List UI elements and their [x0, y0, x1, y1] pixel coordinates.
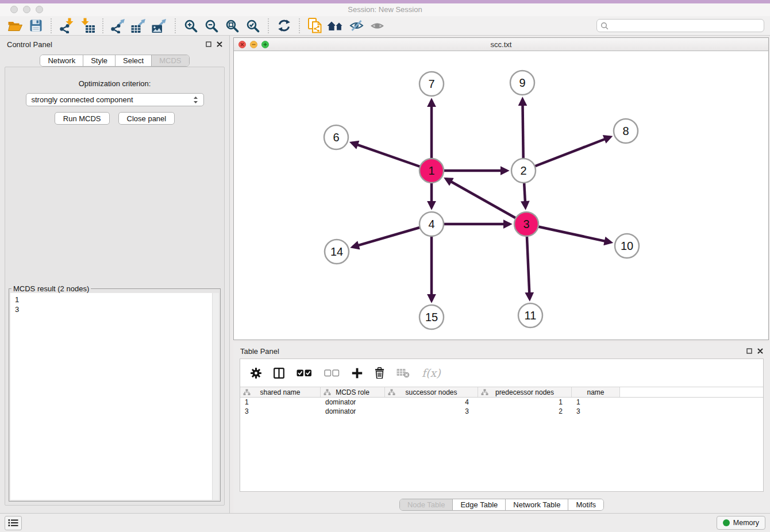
eye-icon — [371, 21, 384, 30]
graph-edge-3-10[interactable] — [526, 224, 611, 242]
delete-table-button[interactable] — [396, 368, 410, 378]
optimization-criterion-select[interactable]: strongly connected component — [26, 93, 204, 106]
cell-name[interactable]: 3 — [572, 407, 620, 415]
close-panel-icon[interactable] — [757, 348, 763, 354]
run-mcds-button[interactable]: Run MCDS — [55, 112, 110, 125]
show-panels-button[interactable] — [5, 516, 22, 530]
save-session-button[interactable] — [25, 17, 46, 34]
graph-edge-3-1[interactable] — [446, 179, 526, 224]
tab-mcds[interactable]: MCDS — [152, 55, 188, 66]
show-columns-button[interactable] — [274, 368, 284, 379]
table-row[interactable]: 3 dominator 3 2 3 — [240, 407, 763, 416]
zoom-out-button[interactable] — [201, 17, 222, 34]
tab-network[interactable]: Network — [40, 55, 83, 66]
network-window-titlebar[interactable]: scc.txt — [234, 38, 768, 51]
export-image-button[interactable] — [149, 17, 170, 34]
tab-edge-table[interactable]: Edge Table — [453, 499, 506, 510]
memory-label: Memory — [733, 519, 759, 527]
tab-select[interactable]: Select — [116, 55, 152, 66]
column-header-mcds-role[interactable]: MCDS role — [321, 387, 385, 397]
cell-successor-nodes[interactable]: 4 — [385, 398, 478, 406]
select-all-button[interactable] — [297, 369, 312, 377]
clone-network-icon — [308, 18, 322, 33]
mcds-result-line: 1 — [15, 295, 219, 304]
zoom-selected-button[interactable] — [242, 17, 263, 34]
split-columns-icon — [274, 368, 284, 379]
network-close-button[interactable] — [238, 41, 246, 48]
import-network-button[interactable] — [56, 17, 77, 34]
column-label: successor nodes — [405, 388, 457, 396]
control-panel: Control Panel Network Style Select MCDS … — [0, 36, 230, 513]
zoom-in-button[interactable] — [180, 17, 201, 34]
cell-predecessor-nodes[interactable]: 1 — [478, 398, 572, 406]
table-toolbar: f(x) — [240, 359, 763, 387]
mcds-result-textarea[interactable]: 1 3 — [10, 293, 219, 500]
checked-boxes-icon — [297, 369, 312, 377]
tab-node-table[interactable]: Node Table — [400, 499, 453, 510]
float-panel-icon[interactable] — [206, 41, 211, 47]
network-minimize-button[interactable] — [250, 41, 257, 48]
zoom-selected-icon — [246, 19, 260, 33]
column-label: predecessor nodes — [495, 388, 554, 396]
table-row[interactable]: 1 dominator 4 1 1 — [240, 398, 763, 407]
tab-motifs[interactable]: Motifs — [568, 499, 603, 510]
graph-node-label: 6 — [333, 131, 339, 144]
network-graph[interactable]: 7968124314101511 — [234, 51, 768, 340]
refresh-icon — [278, 19, 291, 32]
unselect-all-button[interactable] — [324, 369, 340, 377]
function-builder-button[interactable]: f(x) — [422, 367, 441, 379]
search-input[interactable] — [609, 22, 760, 30]
table-panel-header: Table Panel — [233, 342, 770, 360]
toolbar-separator — [175, 18, 176, 33]
tab-network-table[interactable]: Network Table — [506, 499, 568, 510]
table-header-row: shared name MCDS role successor nodes pr… — [240, 387, 763, 398]
eye-slash-icon — [349, 20, 364, 32]
control-panel-header: Control Panel — [0, 36, 229, 53]
network-canvas[interactable]: 7968124314101511 — [234, 51, 768, 340]
refresh-button[interactable] — [274, 17, 294, 34]
tab-style[interactable]: Style — [83, 55, 116, 66]
cell-successor-nodes[interactable]: 3 — [385, 407, 478, 415]
import-table-button[interactable] — [77, 17, 98, 34]
column-header-successor-nodes[interactable]: successor nodes — [385, 387, 478, 397]
add-column-button[interactable] — [352, 368, 363, 379]
floppy-disk-icon — [30, 20, 42, 32]
graph-node-label: 9 — [519, 76, 525, 89]
graph-edge-2-8[interactable] — [523, 137, 610, 171]
zoom-fit-button[interactable] — [222, 17, 242, 34]
delete-column-button[interactable] — [375, 367, 384, 379]
result-scrollbar[interactable] — [212, 293, 219, 500]
export-table-button[interactable] — [129, 17, 149, 34]
toolbar-separator — [299, 18, 300, 33]
cell-shared-name[interactable]: 3 — [240, 407, 321, 415]
create-network-from-selection-button[interactable] — [305, 17, 325, 34]
column-label: MCDS role — [336, 388, 369, 396]
network-maximize-button[interactable] — [261, 41, 269, 48]
optimization-criterion-value: strongly connected component — [32, 95, 133, 104]
cell-mcds-role[interactable]: dominator — [321, 398, 385, 406]
show-all-button[interactable] — [367, 17, 387, 34]
export-network-button[interactable] — [108, 17, 129, 34]
float-panel-icon[interactable] — [746, 348, 752, 354]
close-panel-button[interactable]: Close panel — [118, 112, 175, 125]
main-toolbar — [0, 16, 770, 36]
table-settings-button[interactable] — [251, 368, 261, 379]
toolbar-separator — [268, 18, 269, 33]
export-network-icon — [110, 18, 126, 33]
unchecked-boxes-icon — [324, 369, 340, 377]
cell-shared-name[interactable]: 1 — [240, 398, 321, 406]
first-neighbors-button[interactable] — [325, 17, 346, 34]
open-session-button[interactable] — [5, 17, 25, 34]
column-header-name[interactable]: name — [572, 387, 620, 397]
search-box[interactable] — [596, 19, 764, 32]
search-icon — [600, 22, 609, 30]
cell-mcds-role[interactable]: dominator — [321, 407, 385, 415]
column-header-predecessor-nodes[interactable]: predecessor nodes — [478, 387, 572, 397]
cell-predecessor-nodes[interactable]: 2 — [478, 407, 572, 415]
close-panel-icon[interactable] — [217, 41, 222, 47]
cell-name[interactable]: 1 — [572, 398, 620, 406]
column-label: name — [587, 388, 604, 396]
memory-button[interactable]: Memory — [717, 516, 765, 530]
column-header-shared-name[interactable]: shared name — [240, 387, 321, 397]
hide-selected-button[interactable] — [346, 17, 367, 34]
